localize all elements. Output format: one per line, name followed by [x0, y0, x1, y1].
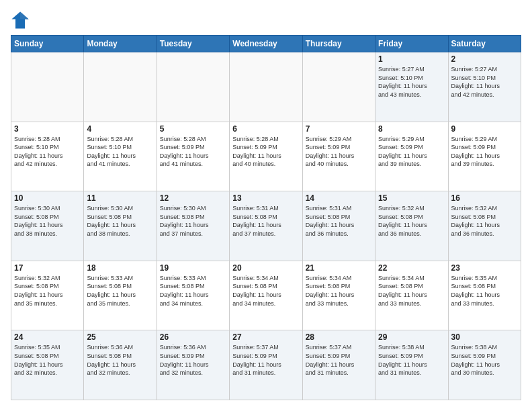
day-number: 21: [306, 263, 372, 273]
day-info: Sunrise: 5:35 AM Sunset: 5:08 PM Dayligh…: [14, 343, 81, 377]
calendar-cell: 30Sunrise: 5:38 AM Sunset: 5:09 PM Dayli…: [448, 330, 521, 400]
calendar-cell: 12Sunrise: 5:30 AM Sunset: 5:08 PM Dayli…: [157, 191, 229, 261]
day-info: Sunrise: 5:36 AM Sunset: 5:09 PM Dayligh…: [160, 343, 226, 377]
calendar-body: 1Sunrise: 5:27 AM Sunset: 5:10 PM Daylig…: [11, 52, 521, 400]
day-info: Sunrise: 5:28 AM Sunset: 5:09 PM Dayligh…: [160, 135, 226, 169]
weekday-sunday: Sunday: [11, 36, 84, 52]
calendar-cell: 20Sunrise: 5:34 AM Sunset: 5:08 PM Dayli…: [230, 261, 302, 330]
day-number: 5: [160, 124, 226, 134]
calendar-cell: 9Sunrise: 5:29 AM Sunset: 5:09 PM Daylig…: [448, 122, 521, 191]
calendar-cell: 5Sunrise: 5:28 AM Sunset: 5:09 PM Daylig…: [157, 122, 229, 191]
day-info: Sunrise: 5:28 AM Sunset: 5:10 PM Dayligh…: [87, 135, 153, 169]
calendar-cell: 8Sunrise: 5:29 AM Sunset: 5:09 PM Daylig…: [375, 122, 448, 191]
weekday-thursday: Thursday: [302, 36, 375, 52]
calendar-cell: 19Sunrise: 5:33 AM Sunset: 5:08 PM Dayli…: [157, 261, 229, 330]
day-number: 11: [87, 193, 153, 203]
calendar-cell: 17Sunrise: 5:32 AM Sunset: 5:08 PM Dayli…: [11, 261, 84, 330]
weekday-friday: Friday: [375, 36, 448, 52]
calendar-cell: 26Sunrise: 5:36 AM Sunset: 5:09 PM Dayli…: [157, 330, 229, 400]
day-number: 9: [451, 124, 518, 134]
day-info: Sunrise: 5:38 AM Sunset: 5:09 PM Dayligh…: [378, 343, 445, 377]
day-number: 1: [378, 54, 445, 64]
day-number: 7: [306, 124, 372, 134]
day-info: Sunrise: 5:34 AM Sunset: 5:08 PM Dayligh…: [378, 274, 445, 308]
day-number: 17: [14, 263, 81, 273]
day-number: 12: [160, 193, 226, 203]
calendar-cell: [157, 52, 229, 122]
logo-icon: [11, 11, 30, 30]
day-number: 6: [232, 124, 299, 134]
day-number: 15: [378, 193, 445, 203]
day-number: 25: [87, 332, 153, 342]
calendar-cell: [84, 52, 157, 122]
calendar-cell: 2Sunrise: 5:27 AM Sunset: 5:10 PM Daylig…: [448, 52, 521, 122]
calendar-cell: 15Sunrise: 5:32 AM Sunset: 5:08 PM Dayli…: [375, 191, 448, 261]
weekday-tuesday: Tuesday: [157, 36, 229, 52]
svg-marker-1: [20, 11, 29, 19]
day-info: Sunrise: 5:31 AM Sunset: 5:08 PM Dayligh…: [306, 204, 372, 238]
day-number: 24: [14, 332, 81, 342]
day-number: 19: [160, 263, 226, 273]
day-info: Sunrise: 5:36 AM Sunset: 5:08 PM Dayligh…: [87, 343, 153, 377]
day-number: 2: [451, 54, 518, 64]
day-number: 10: [14, 193, 81, 203]
calendar-cell: 28Sunrise: 5:37 AM Sunset: 5:09 PM Dayli…: [302, 330, 375, 400]
day-info: Sunrise: 5:29 AM Sunset: 5:09 PM Dayligh…: [378, 135, 445, 169]
calendar-cell: 27Sunrise: 5:37 AM Sunset: 5:09 PM Dayli…: [230, 330, 302, 400]
day-number: 20: [232, 263, 299, 273]
day-number: 26: [160, 332, 226, 342]
week-row-0: 1Sunrise: 5:27 AM Sunset: 5:10 PM Daylig…: [11, 52, 521, 122]
day-info: Sunrise: 5:34 AM Sunset: 5:08 PM Dayligh…: [306, 274, 372, 308]
day-number: 23: [451, 263, 518, 273]
calendar-cell: 14Sunrise: 5:31 AM Sunset: 5:08 PM Dayli…: [302, 191, 375, 261]
calendar-cell: [11, 52, 84, 122]
day-info: Sunrise: 5:29 AM Sunset: 5:09 PM Dayligh…: [451, 135, 518, 169]
calendar-cell: 13Sunrise: 5:31 AM Sunset: 5:08 PM Dayli…: [230, 191, 302, 261]
day-info: Sunrise: 5:32 AM Sunset: 5:08 PM Dayligh…: [378, 204, 445, 238]
calendar-cell: [230, 52, 302, 122]
weekday-wednesday: Wednesday: [230, 36, 302, 52]
day-info: Sunrise: 5:28 AM Sunset: 5:09 PM Dayligh…: [232, 135, 299, 169]
day-info: Sunrise: 5:38 AM Sunset: 5:09 PM Dayligh…: [451, 343, 518, 377]
day-number: 22: [378, 263, 445, 273]
calendar-cell: 21Sunrise: 5:34 AM Sunset: 5:08 PM Dayli…: [302, 261, 375, 330]
day-info: Sunrise: 5:35 AM Sunset: 5:08 PM Dayligh…: [451, 274, 518, 308]
weekday-monday: Monday: [84, 36, 157, 52]
day-info: Sunrise: 5:31 AM Sunset: 5:08 PM Dayligh…: [232, 204, 299, 238]
day-info: Sunrise: 5:27 AM Sunset: 5:10 PM Dayligh…: [451, 65, 518, 99]
day-info: Sunrise: 5:34 AM Sunset: 5:08 PM Dayligh…: [232, 274, 299, 308]
calendar-cell: 29Sunrise: 5:38 AM Sunset: 5:09 PM Dayli…: [375, 330, 448, 400]
day-info: Sunrise: 5:30 AM Sunset: 5:08 PM Dayligh…: [87, 204, 153, 238]
calendar-cell: 7Sunrise: 5:29 AM Sunset: 5:09 PM Daylig…: [302, 122, 375, 191]
week-row-1: 3Sunrise: 5:28 AM Sunset: 5:10 PM Daylig…: [11, 122, 521, 191]
day-info: Sunrise: 5:33 AM Sunset: 5:08 PM Dayligh…: [160, 274, 226, 308]
calendar-cell: [302, 52, 375, 122]
calendar-cell: 22Sunrise: 5:34 AM Sunset: 5:08 PM Dayli…: [375, 261, 448, 330]
day-info: Sunrise: 5:33 AM Sunset: 5:08 PM Dayligh…: [87, 274, 153, 308]
weekday-header-row: SundayMondayTuesdayWednesdayThursdayFrid…: [11, 36, 521, 52]
day-number: 27: [232, 332, 299, 342]
week-row-2: 10Sunrise: 5:30 AM Sunset: 5:08 PM Dayli…: [11, 191, 521, 261]
logo: [11, 11, 32, 30]
day-info: Sunrise: 5:30 AM Sunset: 5:08 PM Dayligh…: [160, 204, 226, 238]
day-info: Sunrise: 5:28 AM Sunset: 5:10 PM Dayligh…: [14, 135, 81, 169]
day-number: 4: [87, 124, 153, 134]
day-info: Sunrise: 5:30 AM Sunset: 5:08 PM Dayligh…: [14, 204, 81, 238]
week-row-3: 17Sunrise: 5:32 AM Sunset: 5:08 PM Dayli…: [11, 261, 521, 330]
day-number: 3: [14, 124, 81, 134]
day-number: 8: [378, 124, 445, 134]
calendar-cell: 6Sunrise: 5:28 AM Sunset: 5:09 PM Daylig…: [230, 122, 302, 191]
day-number: 30: [451, 332, 518, 342]
day-number: 18: [87, 263, 153, 273]
calendar-cell: 25Sunrise: 5:36 AM Sunset: 5:08 PM Dayli…: [84, 330, 157, 400]
day-number: 13: [232, 193, 299, 203]
header: [11, 11, 521, 30]
calendar-cell: 24Sunrise: 5:35 AM Sunset: 5:08 PM Dayli…: [11, 330, 84, 400]
week-row-4: 24Sunrise: 5:35 AM Sunset: 5:08 PM Dayli…: [11, 330, 521, 400]
day-info: Sunrise: 5:29 AM Sunset: 5:09 PM Dayligh…: [306, 135, 372, 169]
day-number: 16: [451, 193, 518, 203]
calendar-table: SundayMondayTuesdayWednesdayThursdayFrid…: [11, 35, 521, 400]
weekday-saturday: Saturday: [448, 36, 521, 52]
day-info: Sunrise: 5:37 AM Sunset: 5:09 PM Dayligh…: [232, 343, 299, 377]
day-info: Sunrise: 5:32 AM Sunset: 5:08 PM Dayligh…: [14, 274, 81, 308]
